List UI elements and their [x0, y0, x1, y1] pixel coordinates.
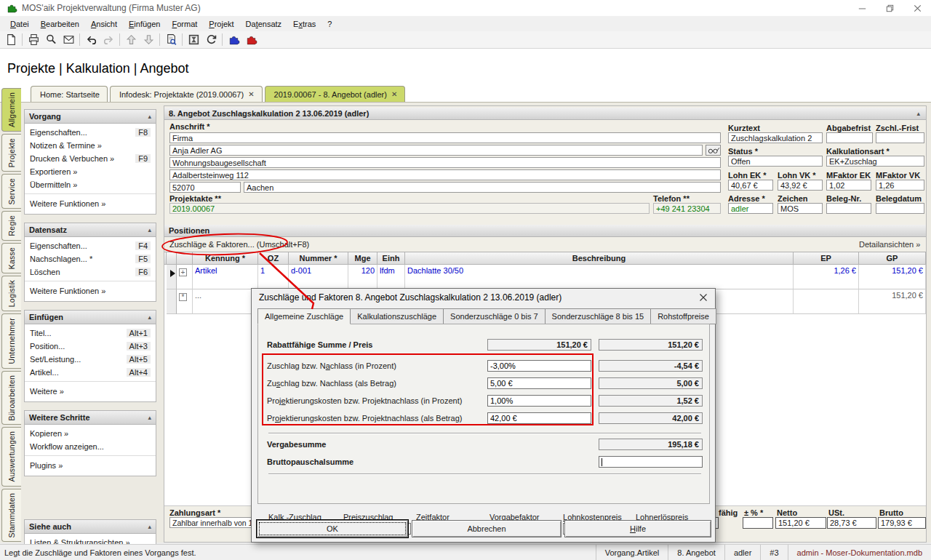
tab-document[interactable]: Home: Startseite — [31, 86, 108, 102]
document-header[interactable]: 8. Angebot Zuschlagskalkulation 2 13.06.… — [164, 108, 926, 120]
dialog-tab-rohstoffpreise[interactable]: Rohstoffpreise — [651, 308, 716, 324]
dialog-tab-sonderzuschl-ge-0-bis-7[interactable]: Sonderzuschläge 0 bis 7 — [444, 308, 545, 324]
table-row[interactable]: +Artikel1d-001120lfdmDachlatte 30/501,26… — [164, 265, 926, 289]
anschrift-line2-input[interactable] — [169, 145, 703, 156]
column-header-mge[interactable]: Mge — [348, 252, 377, 265]
field-input-abgabefrist[interactable] — [826, 132, 873, 143]
sidebar-item[interactable]: Exportieren » — [25, 165, 156, 178]
column-header-oz[interactable]: OZ — [258, 252, 289, 265]
abbrechen-button[interactable]: Abbrechen — [412, 520, 562, 537]
zuschlaege-faktoren-link[interactable]: Zuschläge & Faktoren... (Umschalt+F8) — [169, 240, 309, 249]
row-selector[interactable] — [167, 289, 177, 314]
anschrift-line1-input[interactable] — [169, 132, 721, 143]
menu-item-format[interactable]: Format — [166, 17, 203, 31]
module-tab-auswertungen[interactable]: Auswertungen — [1, 427, 21, 487]
menu-item-extras[interactable]: Extras — [287, 17, 321, 31]
anschrift-line4-input[interactable] — [169, 169, 721, 180]
row-selector[interactable] — [167, 265, 177, 289]
menu-item-projekt[interactable]: Projekt — [203, 17, 239, 31]
cell-einh[interactable]: lfdm — [377, 265, 405, 289]
field-input-mfaktor-ek[interactable] — [826, 180, 871, 191]
anschrift-line3-input[interactable] — [169, 157, 721, 168]
sidebar-item[interactable]: Kopieren » — [25, 427, 156, 440]
module-tab-service[interactable]: Service — [1, 174, 21, 209]
cell-mge[interactable]: 120 — [348, 265, 377, 289]
field-input-kalkulationsart-[interactable] — [826, 156, 924, 167]
ort-input[interactable] — [244, 182, 721, 193]
menu-item-einfgen[interactable]: Einfügen — [123, 17, 166, 31]
field-input-zschl-frist[interactable] — [876, 132, 924, 143]
field-input-beleg-nr-[interactable] — [826, 203, 871, 214]
plugin-red-button[interactable] — [242, 32, 260, 47]
column-header-nummer[interactable]: Nummer * — [289, 252, 348, 265]
menu-item-?[interactable]: ? — [321, 17, 337, 31]
module-tab-stammdaten[interactable]: Stammdaten — [1, 489, 21, 543]
column-header-einh[interactable]: Einh — [377, 252, 405, 265]
field-input-belegdatum[interactable] — [876, 203, 924, 214]
sidebar-item[interactable]: Notizen & Termine » — [25, 139, 156, 152]
sidebar-item[interactable]: Titel...Alt+1 — [25, 327, 156, 340]
ok-button[interactable]: OK — [257, 520, 408, 537]
hourglass-button[interactable] — [185, 32, 202, 47]
undo-button[interactable] — [82, 32, 100, 47]
tab-close-icon[interactable]: ✕ — [391, 90, 397, 98]
new-document-button[interactable] — [2, 32, 20, 47]
sidebar-item[interactable]: Nachschlagen... *F5 — [25, 252, 156, 265]
field-input-mfaktor-vk[interactable] — [876, 180, 924, 191]
surcharge-input-3[interactable] — [487, 395, 591, 407]
menu-item-datensatz[interactable]: Datensatz — [240, 17, 288, 31]
redo-button[interactable] — [100, 32, 117, 47]
refresh-button[interactable] — [202, 32, 220, 47]
sidebar-item[interactable]: Workflow anzeigen... — [25, 440, 156, 453]
field-input-adresse-[interactable] — [728, 203, 773, 214]
field-input-zeichen[interactable] — [778, 203, 823, 214]
minimize-button[interactable] — [848, 0, 876, 16]
search-button[interactable] — [42, 32, 60, 47]
column-header-gp[interactable]: GP — [859, 252, 926, 265]
row-expand-cell[interactable]: + — [177, 265, 193, 289]
address-lookup-button[interactable] — [706, 145, 721, 156]
field-input-kurztext[interactable] — [728, 132, 823, 143]
sidebar-section-header[interactable]: Einfügen▴ — [25, 311, 156, 324]
positionen-header[interactable]: Positionen — [164, 225, 926, 237]
module-tab-büroarbeiten[interactable]: Büroarbeiten — [1, 371, 21, 425]
email-button[interactable] — [60, 32, 77, 47]
sidebar-item[interactable]: Übermitteln » — [25, 178, 156, 191]
cell-gp-sum[interactable]: 151,20 € — [859, 289, 926, 314]
sidebar-item[interactable]: Position...Alt+3 — [25, 340, 156, 353]
row-expand-cell[interactable]: * — [177, 289, 193, 314]
detailansichten-link[interactable]: Detailansichten » — [859, 240, 920, 249]
cell-oz[interactable]: 1 — [258, 265, 289, 289]
sidebar-item[interactable]: Set/Leistung...Alt+5 — [25, 353, 156, 366]
sidebar-item[interactable]: Weitere Funktionen » — [25, 197, 156, 210]
tab-document[interactable]: Infodesk: Projektakte (2019.00067)✕ — [110, 86, 263, 102]
sidebar-section-header[interactable]: Datensatz▴ — [25, 223, 156, 237]
surcharge-input-4[interactable] — [487, 412, 591, 424]
module-tab-allgemein[interactable]: Allgemein — [1, 88, 21, 132]
menu-item-ansicht[interactable]: Ansicht — [85, 17, 123, 31]
cell-ep[interactable]: 1,26 € — [794, 265, 859, 289]
report-preview-button[interactable] — [162, 32, 180, 47]
cell-ep[interactable] — [794, 289, 859, 314]
surcharge-input-2[interactable] — [487, 377, 591, 389]
module-tab-regie[interactable]: Regie — [1, 211, 21, 240]
tab-close-icon[interactable]: ✕ — [248, 90, 254, 98]
column-header-kennung[interactable]: Kennung * — [193, 252, 258, 265]
cell-nummer[interactable]: d-001 — [289, 265, 348, 289]
cell-gp[interactable]: 151,20 € — [859, 265, 926, 289]
module-tab-logistik[interactable]: Logistik — [1, 276, 21, 311]
sidebar-item[interactable]: LöschenF6 — [25, 265, 156, 279]
collapse-icon[interactable]: ▴ — [916, 110, 920, 117]
sidebar-item[interactable]: Eigenschaften...F4 — [25, 239, 156, 252]
print-button[interactable] — [25, 32, 42, 47]
plugin-blue-button[interactable] — [225, 32, 242, 47]
sidebar-item[interactable]: Drucken & Verbuchen »F9 — [25, 152, 156, 165]
sidebar-item[interactable]: Weitere » — [25, 385, 156, 398]
dialog-tab-allgemeine-zuschl-ge[interactable]: Allgemeine Zuschläge — [257, 308, 351, 324]
move-down-button[interactable] — [140, 32, 157, 47]
sidebar-item[interactable]: Weitere Funktionen » — [25, 284, 156, 297]
dialog-tab-sonderzuschl-ge-8-bis-15[interactable]: Sonderzuschläge 8 bis 15 — [546, 308, 652, 324]
field-input-lohn-ek-[interactable] — [728, 180, 773, 191]
column-header-ep[interactable]: EP — [794, 252, 859, 265]
plz-input[interactable] — [169, 182, 241, 193]
